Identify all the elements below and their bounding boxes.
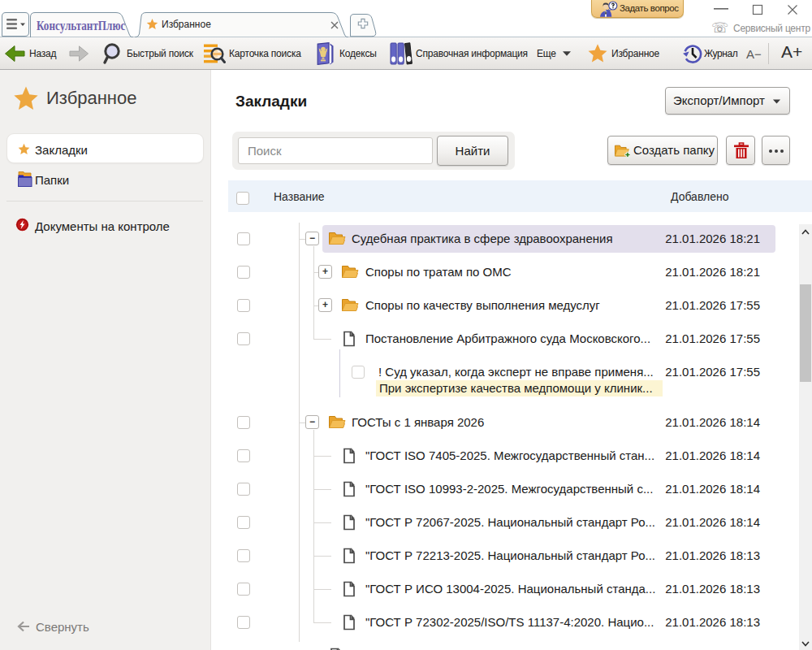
expander-minus[interactable]: − <box>305 232 319 245</box>
row-checkbox[interactable] <box>237 583 250 596</box>
row-date: 21.01.2026 17:55 <box>665 365 760 379</box>
tree-connector <box>313 556 331 557</box>
document-icon <box>343 548 356 564</box>
row-checkbox[interactable] <box>237 483 250 496</box>
row-date: 21.01.2026 18:21 <box>665 232 760 245</box>
row-date: 21.01.2026 18:13 <box>665 582 760 596</box>
document-icon <box>343 614 356 630</box>
bookmark-note: При экспертизе качества медпомощи у клин… <box>379 381 653 395</box>
expander-plus[interactable]: + <box>318 298 332 312</box>
row-date: 21.01.2026 18:13 <box>665 615 760 629</box>
row-label[interactable]: "ГОСТ ISO 7405-2025. Межгосударственный … <box>365 448 654 462</box>
row-label[interactable]: "ГОСТ Р 72302-2025/ISO/TS 11137-4:2020. … <box>365 615 654 629</box>
row-checkbox[interactable] <box>237 332 250 345</box>
row-date: 21.01.2026 17:55 <box>665 298 760 312</box>
tree-connector <box>313 489 331 490</box>
tree-connector <box>313 456 331 457</box>
row-checkbox[interactable] <box>237 232 250 245</box>
row-date: 21.01.2026 18:21 <box>665 265 760 279</box>
row-label[interactable]: "ГОСТ Р ИСО 13004-2025. Национальный ста… <box>365 582 655 596</box>
tree-child-line <box>313 246 314 340</box>
bookmarks-tree: −Судебная практика в сфере здравоохранен… <box>0 0 812 650</box>
row-label[interactable]: Споры по тратам по ОМС <box>365 265 512 279</box>
row-date: 21.01.2026 17:55 <box>665 332 760 345</box>
bookmark-label[interactable]: ! Суд указал, когда эксперт не вправе пр… <box>378 365 654 379</box>
row-label[interactable]: "ГОСТ Р 72067-2025. Национальный стандар… <box>365 515 655 529</box>
scroll-up-icon[interactable] <box>801 229 810 235</box>
document-icon <box>343 481 356 497</box>
row-label[interactable]: Постановление Арбитражного суда Московск… <box>365 332 650 345</box>
row-date: 21.01.2026 18:14 <box>665 448 760 462</box>
expander-minus[interactable]: − <box>305 415 319 429</box>
row-checkbox[interactable] <box>237 266 250 279</box>
tree-connector <box>313 339 331 340</box>
row-checkbox[interactable] <box>237 549 250 562</box>
folder-icon <box>328 232 346 245</box>
document-icon <box>343 514 356 531</box>
row-date: 21.01.2026 18:14 <box>665 415 760 429</box>
folder-icon <box>341 265 359 279</box>
scroll-down-icon[interactable] <box>801 641 810 647</box>
folder-icon <box>328 415 346 429</box>
tree-connector <box>313 622 331 623</box>
row-label[interactable]: Судебная практика в сфере здравоохранени… <box>352 232 613 245</box>
row-date: 21.01.2026 18:14 <box>665 482 760 496</box>
scrollbar-thumb[interactable] <box>800 284 811 382</box>
row-label[interactable]: ГОСТы с 1 января 2026 <box>352 415 484 429</box>
row-checkbox[interactable] <box>237 516 250 529</box>
tree-connector <box>313 522 331 523</box>
document-icon <box>343 448 356 464</box>
row-checkbox[interactable] <box>237 299 250 312</box>
folder-icon <box>341 298 359 312</box>
bookmark-checkbox[interactable] <box>352 366 365 379</box>
row-label[interactable]: Споры по качеству выполнения медуслуг <box>365 298 600 312</box>
app-window: КонсультантПлюс Избранное Задать вопрос … <box>0 0 812 650</box>
document-icon <box>343 581 356 597</box>
row-date: 21.01.2026 18:14 <box>665 515 760 529</box>
row-checkbox[interactable] <box>237 416 250 429</box>
expander-plus[interactable]: + <box>318 265 332 279</box>
row-label[interactable]: "ГОСТ ISO 10993-2-2025. Межгосударственн… <box>365 482 653 496</box>
bookmark-connector <box>339 349 340 397</box>
tree-child-line <box>313 430 314 623</box>
tree-connector <box>313 589 331 590</box>
row-date: 21.01.2026 18:13 <box>665 548 760 562</box>
document-icon <box>343 331 356 347</box>
row-checkbox[interactable] <box>237 616 250 629</box>
row-label[interactable]: "ГОСТ Р 72213-2025. Национальный стандар… <box>365 548 655 562</box>
row-checkbox[interactable] <box>237 449 250 462</box>
